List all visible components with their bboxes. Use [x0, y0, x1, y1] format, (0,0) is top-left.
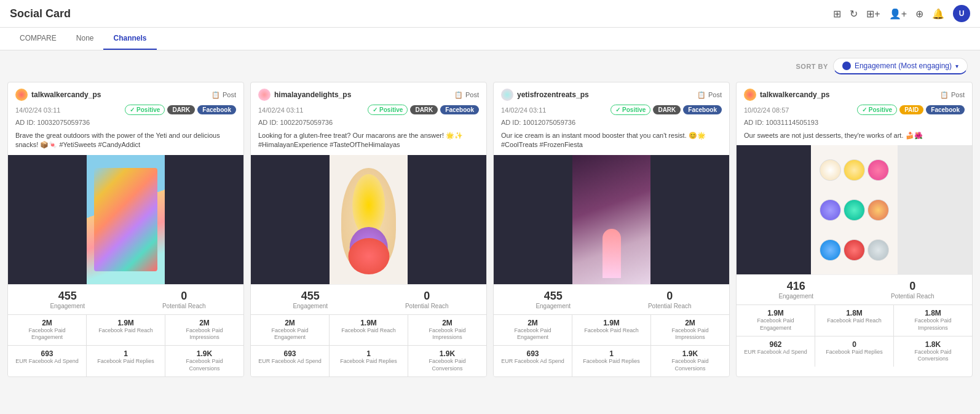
card-ad-id: AD ID: 10022075059736	[251, 117, 486, 129]
metric-cell: 0Facebook Paid Replies	[815, 336, 893, 367]
engagement-label: Engagement	[15, 303, 120, 309]
card-2: himalayandelights_ps 📋 Post 14/02/24 03:…	[250, 82, 487, 377]
card-date: 10/02/24 08:57	[744, 106, 789, 114]
card-metrics: 2MFacebook Paid Engagement 1.9MFacebook …	[8, 314, 243, 376]
notification-icon[interactable]: 🔔	[932, 8, 944, 20]
card-header: himalayandelights_ps 📋 Post	[251, 82, 486, 103]
sentiment-badge: ✓ Positive	[368, 105, 408, 115]
card-date: 14/02/24 03:11	[15, 106, 60, 114]
metric-cell: 1Facebook Paid Replies	[330, 346, 408, 376]
card-metrics: 2MFacebook Paid Engagement 1.9MFacebook …	[251, 314, 486, 376]
card-type: 📋 Post	[697, 91, 722, 99]
image-left	[494, 155, 572, 284]
badges: ✓ Positive DARK Facebook	[368, 105, 479, 115]
card-type: 📋 Post	[454, 91, 479, 99]
avatar	[501, 89, 513, 101]
metric-cell: 1.9KFacebook Paid Conversions	[165, 346, 243, 376]
badges: ✓ Positive DARK Facebook	[611, 105, 722, 115]
dark-badge: DARK	[410, 105, 438, 114]
engagement-stat: 455 Engagement	[258, 290, 363, 309]
engagement-value: 455	[15, 290, 120, 303]
facebook-badge: Facebook	[683, 105, 722, 114]
metric-cell: 2MFacebook Paid Engagement	[494, 315, 572, 345]
sort-button[interactable]: Engagement (Most engaging) ▾	[833, 58, 968, 74]
metric-cell: 1.9MFacebook Paid Reach	[330, 315, 408, 345]
image-center	[572, 155, 651, 284]
sentiment-badge: ✓ Positive	[857, 105, 897, 115]
top-icons: ⊞ ↻ ⊞+ 👤+ ⊕ 🔔 U	[833, 5, 970, 22]
image-left	[8, 155, 87, 284]
card-stats: 455 Engagement 0 Potential Reach	[494, 284, 729, 314]
metric-cell: 2MFacebook Paid Engagement	[8, 315, 86, 345]
grid-icon[interactable]: ⊞	[833, 8, 841, 20]
sort-value: Engagement (Most engaging)	[855, 62, 952, 70]
tab-channels[interactable]: Channels	[103, 28, 156, 50]
card-images	[251, 155, 486, 284]
card-header: yetisfrozentreats_ps 📋 Post	[494, 82, 729, 103]
metric-cell: 1.9MFacebook Paid Engagement	[737, 305, 815, 335]
image-left	[737, 145, 811, 274]
metric-cell: 1.9KFacebook Paid Conversions	[651, 346, 729, 376]
card-header: talkwalkercandy_ps 📋 Post	[8, 82, 243, 103]
facebook-badge: Facebook	[440, 105, 479, 114]
metric-cell: 1.8MFacebook Paid Reach	[815, 305, 893, 335]
card-ad-id: AD ID: 10032075059736	[8, 117, 243, 129]
reach-stat: 0 Potential Reach	[375, 290, 480, 309]
profile-icon[interactable]: U	[953, 5, 970, 22]
add-user-icon[interactable]: 👤+	[889, 8, 907, 20]
card-meta: 14/02/24 03:11 ✓ Positive DARK Facebook	[494, 103, 729, 117]
image-right	[165, 155, 243, 284]
reach-stat: 0 Potential Reach	[861, 280, 965, 300]
card-user: talkwalkercandy_ps	[744, 89, 829, 101]
card-meta: 14/02/24 03:11 ✓ Positive DARK Facebook	[251, 103, 486, 117]
image-center	[87, 155, 165, 284]
add-plus-icon[interactable]: ⊕	[915, 8, 923, 20]
avatar	[258, 89, 271, 101]
username: talkwalkercandy_ps	[31, 90, 101, 99]
facebook-badge: Facebook	[197, 105, 236, 114]
metric-cell: 693EUR Facebook Ad Spend	[8, 346, 86, 376]
metric-cell: 1.9MFacebook Paid Reach	[572, 315, 650, 345]
engagement-stat: 416 Engagement	[744, 280, 848, 300]
username: talkwalkercandy_ps	[760, 90, 829, 99]
badges: ✓ Positive PAID Facebook	[857, 105, 965, 115]
card-meta: 14/02/24 03:11 ✓ Positive DARK Facebook	[8, 103, 243, 117]
image-center	[330, 155, 408, 284]
card-type: 📋 Post	[940, 91, 965, 99]
sentiment-badge: ✓ Positive	[125, 105, 165, 115]
card-images	[494, 155, 729, 284]
image-right	[408, 155, 486, 284]
sentiment-badge: ✓ Positive	[611, 105, 650, 115]
card-text: Brave the great outdoors with the power …	[8, 129, 243, 155]
card-stats: 455 Engagement 0 Potential Reach	[8, 284, 243, 314]
metric-cell: 1.8KFacebook Paid Conversions	[894, 336, 972, 367]
card-header: talkwalkercandy_ps 📋 Post	[737, 82, 972, 103]
card-date: 14/02/24 03:11	[501, 106, 546, 114]
cards-container: talkwalkercandy_ps 📋 Post 14/02/24 03:11…	[0, 82, 980, 384]
metric-cell: 2MFacebook Paid Impressions	[165, 315, 243, 345]
paid-badge: PAID	[899, 105, 923, 114]
metric-cell: 2MFacebook Paid Engagement	[251, 315, 329, 345]
metric-cell: 2MFacebook Paid Impressions	[408, 315, 486, 345]
card-text: Our sweets are not just desserts, they'r…	[737, 129, 972, 145]
sort-icon	[842, 62, 851, 70]
card-ad-id: AD ID: 10031114505193	[737, 117, 972, 129]
refresh-icon[interactable]: ↻	[850, 8, 858, 20]
post-icon: 📋	[940, 91, 949, 99]
tabs-bar: COMPARE None Channels	[0, 28, 980, 50]
card-user: himalayandelights_ps	[258, 89, 351, 101]
tab-none[interactable]: None	[66, 28, 104, 50]
reach-value: 0	[132, 290, 237, 303]
reach-label: Potential Reach	[132, 303, 237, 309]
tab-compare[interactable]: COMPARE	[10, 28, 66, 50]
card-3: yetisfrozentreats_ps 📋 Post 14/02/24 03:…	[493, 82, 730, 377]
metric-cell: 1Facebook Paid Replies	[572, 346, 650, 376]
card-meta: 10/02/24 08:57 ✓ Positive PAID Facebook	[737, 103, 972, 117]
card-date: 14/02/24 03:11	[258, 106, 303, 114]
image-right	[898, 145, 972, 274]
metric-cell: 2MFacebook Paid Impressions	[651, 315, 729, 345]
sort-label: SORT BY	[796, 63, 828, 70]
post-icon: 📋	[697, 91, 706, 99]
add-group-icon[interactable]: ⊞+	[866, 8, 880, 20]
metric-cell: 693EUR Facebook Ad Spend	[494, 346, 572, 376]
